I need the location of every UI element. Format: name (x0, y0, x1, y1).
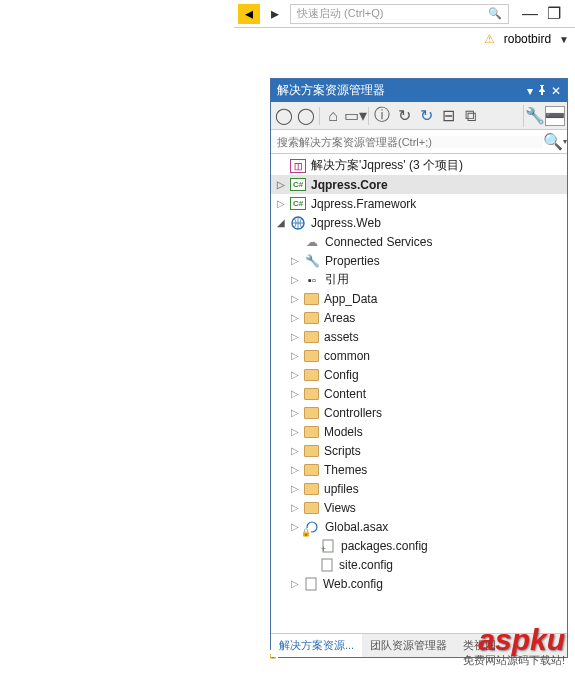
quick-launch-placeholder: 快速启动 (Ctrl+Q) (297, 6, 383, 21)
expander-icon[interactable] (289, 274, 301, 285)
folder-icon (304, 350, 319, 362)
expander-icon[interactable] (289, 255, 301, 266)
expander-icon[interactable] (289, 483, 301, 494)
file-site-config[interactable]: 🔒 site.config (271, 555, 567, 574)
minimize-button[interactable]: — (521, 5, 539, 23)
dropdown-icon[interactable]: ▾ (527, 84, 533, 98)
expander-icon[interactable] (275, 179, 287, 190)
properties-node[interactable]: 🔧 Properties (271, 251, 567, 270)
warning-icon: ⚠ (484, 32, 498, 46)
folder-themes[interactable]: Themes (271, 460, 567, 479)
restore-button[interactable]: ❐ (545, 5, 563, 23)
folder-controllers[interactable]: Controllers (271, 403, 567, 422)
folder-icon (304, 388, 319, 400)
svg-rect-4 (322, 559, 332, 571)
expander-icon[interactable] (289, 521, 301, 532)
folder-views[interactable]: Views (271, 498, 567, 517)
folder-icon (304, 407, 319, 419)
toolbar-separator (368, 107, 369, 125)
folder-common[interactable]: common (271, 346, 567, 365)
toolbar-separator (319, 107, 320, 125)
pending-changes-button[interactable]: ⓘ (371, 105, 393, 127)
search-icon: 🔍 (488, 7, 502, 20)
csharp-project-icon: C# (290, 178, 306, 191)
home-button[interactable]: ⌂ (322, 105, 344, 127)
expander-icon[interactable] (289, 350, 301, 361)
back-button[interactable]: ◂ (238, 4, 260, 24)
folder-icon (304, 445, 319, 457)
solution-tree[interactable]: ◫ 解决方案'Jqpress' (3 个项目) C# Jqpress.Core … (271, 154, 567, 657)
folder-config[interactable]: Config (271, 365, 567, 384)
folder-icon (304, 369, 319, 381)
config-icon: 🔒 (304, 577, 318, 591)
wrench-icon: 🔧 (304, 253, 320, 269)
config-add-icon: + (320, 538, 336, 554)
folder-icon (304, 483, 319, 495)
expander-icon[interactable] (275, 198, 287, 209)
search-input[interactable] (271, 136, 543, 148)
expander-icon[interactable] (289, 445, 301, 456)
connected-services[interactable]: ☁ Connected Services (271, 232, 567, 251)
folder-models[interactable]: Models (271, 422, 567, 441)
solution-node[interactable]: ◫ 解决方案'Jqpress' (3 个项目) (271, 156, 567, 175)
folder-appdata[interactable]: App_Data (271, 289, 567, 308)
search-button[interactable]: 🔍▾ (543, 131, 567, 153)
pin-icon[interactable] (537, 84, 547, 98)
folder-icon (304, 426, 319, 438)
project-core[interactable]: C# Jqpress.Core (271, 175, 567, 194)
cloud-icon: ☁ (304, 234, 320, 250)
expander-icon[interactable] (289, 578, 301, 589)
chevron-down-icon: ▼ (559, 34, 569, 45)
folder-icon (304, 293, 319, 305)
file-packages-config[interactable]: + packages.config (271, 536, 567, 555)
project-framework[interactable]: C# Jqpress.Framework (271, 194, 567, 213)
sync-button[interactable]: ↻ (393, 105, 415, 127)
close-icon[interactable]: ✕ (551, 84, 561, 98)
show-all-button[interactable]: ⧉ (459, 105, 481, 127)
file-web-config[interactable]: 🔒 Web.config (271, 574, 567, 593)
expander-icon[interactable] (289, 369, 301, 380)
scope-button[interactable]: ▭▾ (344, 105, 366, 127)
csharp-project-icon: C# (290, 197, 306, 210)
refresh-button[interactable]: ↻ (415, 105, 437, 127)
nav-button[interactable]: ▸ (264, 4, 286, 24)
folder-icon (304, 331, 319, 343)
expander-icon[interactable] (289, 502, 301, 513)
tab-team-explorer[interactable]: 团队资源管理器 (362, 634, 455, 657)
expander-icon[interactable] (289, 331, 301, 342)
config-icon: 🔒 (320, 558, 334, 572)
panel-title-label: 解决方案资源管理器 (277, 82, 385, 99)
expander-icon[interactable] (275, 217, 287, 228)
tab-class-view[interactable]: 类视图 (455, 634, 504, 657)
user-name-label: robotbird (504, 32, 551, 46)
folder-content[interactable]: Content (271, 384, 567, 403)
expander-icon[interactable] (289, 388, 301, 399)
nav-fwd-button[interactable]: ◯ (295, 105, 317, 127)
expander-icon[interactable] (289, 426, 301, 437)
preview-button[interactable]: ➖ (545, 106, 565, 126)
svg-text:+: + (321, 544, 326, 553)
folder-upfiles[interactable]: upfiles (271, 479, 567, 498)
web-project-icon (290, 215, 306, 231)
folder-assets[interactable]: assets (271, 327, 567, 346)
expander-icon[interactable] (289, 407, 301, 418)
expander-icon[interactable] (289, 293, 301, 304)
expander-icon[interactable] (289, 464, 301, 475)
expander-icon[interactable] (289, 312, 301, 323)
references-icon: ▪▫ (304, 272, 320, 288)
project-web[interactable]: Jqpress.Web (271, 213, 567, 232)
folder-scripts[interactable]: Scripts (271, 441, 567, 460)
nav-back-button[interactable]: ◯ (273, 105, 295, 127)
quick-launch-input[interactable]: 快速启动 (Ctrl+Q) 🔍 (290, 4, 509, 24)
folder-icon (304, 502, 319, 514)
panel-titlebar[interactable]: 解决方案资源管理器 ▾ ✕ (271, 79, 567, 102)
folder-icon (304, 464, 319, 476)
folder-areas[interactable]: Areas (271, 308, 567, 327)
collapse-all-button[interactable]: ⊟ (437, 105, 459, 127)
properties-button[interactable]: 🔧 (523, 105, 545, 127)
user-account[interactable]: ⚠ robotbird ▼ (484, 32, 569, 46)
references-node[interactable]: ▪▫ 引用 (271, 270, 567, 289)
tab-solution-explorer[interactable]: 解决方案资源... (271, 634, 362, 657)
svg-rect-5 (306, 578, 316, 590)
file-global-asax[interactable]: 🔒 Global.asax (271, 517, 567, 536)
